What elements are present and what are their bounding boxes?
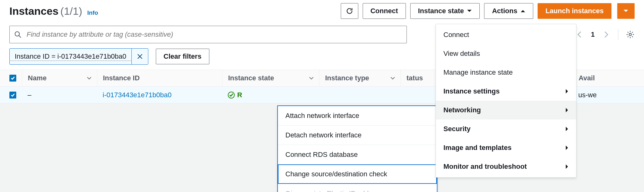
instance-state-button[interactable]: Instance state xyxy=(410,3,480,19)
select-all-checkbox[interactable] xyxy=(9,75,16,82)
submenu-connect-rds[interactable]: Connect RDS database xyxy=(278,145,437,164)
sort-icon xyxy=(87,77,91,80)
refresh-button[interactable] xyxy=(341,3,358,19)
actions-menu-instance-settings[interactable]: Instance settings xyxy=(436,82,576,101)
launch-instances-dropdown-button[interactable] xyxy=(617,3,635,19)
caret-right-icon xyxy=(565,145,569,150)
cell-instance-type xyxy=(319,87,401,103)
menu-item-label: Change source/destination check xyxy=(285,170,387,178)
actions-button[interactable]: Actions xyxy=(484,3,533,19)
actions-menu-manage-state[interactable]: Manage instance state xyxy=(436,63,576,82)
gear-icon xyxy=(626,30,635,39)
cell-name: – xyxy=(22,87,97,103)
svg-line-1 xyxy=(19,35,21,38)
actions-menu-networking[interactable]: Networking xyxy=(436,101,576,120)
page-title: Instances xyxy=(9,5,59,17)
networking-submenu: Attach network interface Detach network … xyxy=(277,105,437,192)
cell-instance-state-text: R xyxy=(237,91,242,99)
page-title-count: (1/1) xyxy=(60,5,82,17)
close-icon xyxy=(137,54,143,59)
clear-filters-label: Clear filters xyxy=(164,53,202,60)
menu-item-label: Instance settings xyxy=(443,87,500,95)
column-header-instance-id-label: Instance ID xyxy=(103,74,140,82)
actions-menu-connect[interactable]: Connect xyxy=(436,25,576,44)
search-input[interactable] xyxy=(26,30,402,39)
caret-right-icon xyxy=(565,108,569,113)
filter-chip-remove-button[interactable] xyxy=(132,54,148,59)
page-next-button[interactable] xyxy=(602,31,611,38)
submenu-detach-network-interface[interactable]: Detach network interface xyxy=(278,125,437,145)
actions-button-label: Actions xyxy=(492,8,517,14)
actions-menu-monitor[interactable]: Monitor and troubleshoot xyxy=(436,157,576,176)
instance-state-button-label: Instance state xyxy=(418,8,464,14)
menu-item-label: Connect RDS database xyxy=(285,151,358,159)
filter-chip: Instance ID = i-0173443e1e71b0ba0 xyxy=(9,48,148,65)
search-box[interactable] xyxy=(9,26,407,43)
caret-right-icon xyxy=(565,89,569,94)
column-header-name-label: Name xyxy=(28,74,47,82)
submenu-attach-network-interface[interactable]: Attach network interface xyxy=(278,106,437,125)
launch-instances-button-label: Launch instances xyxy=(545,8,604,14)
sort-icon xyxy=(309,77,314,80)
column-header-instance-state[interactable]: Instance state xyxy=(222,70,319,86)
refresh-icon xyxy=(346,7,353,15)
actions-menu: Connect View details Manage instance sta… xyxy=(436,24,576,178)
actions-menu-security[interactable]: Security xyxy=(436,120,576,138)
caret-right-icon xyxy=(565,126,569,131)
submenu-change-source-dest-check[interactable]: Change source/destination check xyxy=(278,164,437,184)
info-link[interactable]: Info xyxy=(87,9,98,16)
cell-availability-zone: us-we xyxy=(573,87,644,103)
svg-point-2 xyxy=(629,33,631,35)
connect-button-label: Connect xyxy=(371,8,398,14)
column-header-instance-state-label: Instance state xyxy=(228,74,274,82)
caret-down-icon xyxy=(467,9,472,13)
filter-chip-text[interactable]: Instance ID = i-0173443e1e71b0ba0 xyxy=(10,52,131,61)
page-number: 1 xyxy=(591,30,595,39)
menu-item-label: Disassociate Elastic IP address xyxy=(285,189,381,192)
page-prev-button[interactable] xyxy=(575,31,583,38)
column-header-name[interactable]: Name xyxy=(22,70,97,86)
column-header-status-check-label: tatus xyxy=(406,74,423,82)
menu-item-label: Connect xyxy=(443,31,469,39)
svg-point-0 xyxy=(15,32,19,36)
cell-instance-id-link[interactable]: i-0173443e1e71b0ba0 xyxy=(103,91,171,99)
caret-up-icon xyxy=(520,9,525,13)
caret-right-icon xyxy=(565,164,569,169)
clear-filters-button[interactable]: Clear filters xyxy=(156,49,209,64)
menu-item-label: Image and templates xyxy=(443,144,512,152)
menu-item-label: Detach network interface xyxy=(285,131,361,139)
actions-menu-view-details[interactable]: View details xyxy=(436,44,576,63)
divider xyxy=(618,29,619,40)
column-header-instance-type-label: Instance type xyxy=(325,74,369,82)
menu-item-label: Monitor and troubleshoot xyxy=(443,163,527,171)
column-header-availability-zone[interactable]: Avail xyxy=(573,70,644,86)
connect-button[interactable]: Connect xyxy=(363,3,406,19)
column-header-instance-type[interactable]: Instance type xyxy=(319,70,401,86)
cell-instance-state: R xyxy=(228,91,242,99)
menu-item-label: View details xyxy=(443,50,480,58)
column-header-availability-zone-label: Avail xyxy=(579,74,595,82)
menu-item-label: Networking xyxy=(443,106,481,114)
actions-menu-image-templates[interactable]: Image and templates xyxy=(436,138,576,157)
submenu-disassociate-eip: Disassociate Elastic IP address xyxy=(278,184,437,192)
status-ok-icon xyxy=(228,92,235,99)
caret-down-icon xyxy=(623,9,628,13)
row-checkbox[interactable] xyxy=(9,92,16,99)
menu-item-label: Security xyxy=(443,125,471,133)
search-icon xyxy=(14,31,22,38)
sort-icon xyxy=(391,77,395,80)
launch-instances-button[interactable]: Launch instances xyxy=(538,3,611,19)
menu-item-label: Attach network interface xyxy=(285,112,359,120)
menu-item-label: Manage instance state xyxy=(443,68,513,77)
settings-button[interactable] xyxy=(626,30,635,39)
column-header-instance-id[interactable]: Instance ID xyxy=(97,70,222,86)
